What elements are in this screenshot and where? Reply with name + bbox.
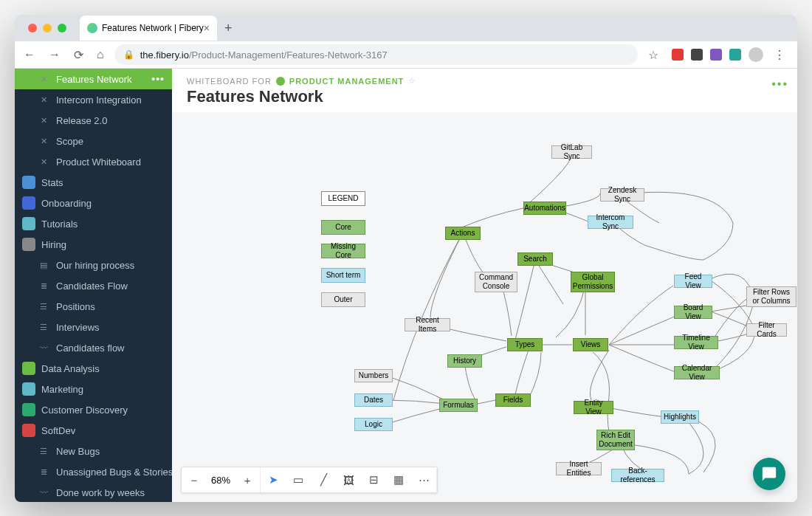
star-button[interactable]: ☆ [645,45,661,65]
profile-avatar[interactable] [749,47,763,62]
extension-icon[interactable] [710,49,722,61]
sidebar-item[interactable]: Stats [15,172,172,193]
app-body: ✕Features Network•••✕Intercom Integratio… [15,69,797,502]
sidebar-item[interactable]: ✕Scope [15,131,172,151]
sidebar-item[interactable]: ≣Unassigned Bugs & Stories [15,461,172,482]
legend-outer-node[interactable]: Outer [321,292,365,307]
forward-button[interactable]: → [46,45,63,64]
item-menu-button[interactable]: ••• [151,73,165,85]
sidebar-item[interactable]: ▤Our hiring process [15,255,172,275]
node-types[interactable]: Types [507,338,543,351]
more-tools-button[interactable]: ⋯ [411,467,436,492]
node-entity[interactable]: Entity View [574,401,613,414]
sidebar-item[interactable]: ✕Release 2.0 [15,110,172,131]
image-tool-button[interactable]: 🖼 [336,467,361,492]
sidebar-item[interactable]: ≣Candidates Flow [15,275,172,296]
node-insert[interactable]: Insert Entities [556,462,602,475]
lock-icon: 🔒 [123,49,134,60]
node-cmdconsole[interactable]: Command Console [475,272,517,292]
extension-icon[interactable] [729,49,741,61]
close-window-icon[interactable] [28,24,37,32]
node-dates[interactable]: Dates [354,393,393,407]
breadcrumb-link[interactable]: PRODUCT MANAGEMENT [289,77,405,86]
space-icon [22,362,35,375]
star-icon[interactable]: ☆ [408,76,416,86]
node-intercom[interactable]: Intercom Sync [588,216,633,229]
node-actions[interactable]: Actions [445,227,481,240]
browser-menu-button[interactable]: ⋮ [771,45,788,65]
main-content: WHITEBOARD FOR PRODUCT MANAGEMENT ☆ Feat… [172,69,797,502]
zoom-in-button[interactable]: + [235,467,260,492]
node-highlights[interactable]: Highlights [661,410,699,424]
url-input[interactable]: 🔒 the.fibery.io /Product-Management/Feat… [114,44,638,65]
sidebar-item[interactable]: ✕Intercom Integration [15,89,172,110]
home-button[interactable]: ⌂ [94,45,107,64]
node-filtercards[interactable]: Filter Cards [746,323,787,337]
legend-short-node[interactable]: Short term [321,268,365,283]
sidebar-item[interactable]: ☰Positions [15,296,172,317]
sidebar-item[interactable]: ☰Interviews [15,317,172,337]
pointer-tool-button[interactable]: ➤ [261,467,286,492]
minimize-window-icon[interactable] [43,24,52,32]
sidebar-item[interactable]: 〰Candidates flow [15,337,172,358]
text-tool-button[interactable]: ⊟ [361,467,386,492]
node-automations[interactable]: Automations [523,202,566,215]
extension-icon[interactable] [691,49,703,61]
new-tab-button[interactable]: + [217,21,240,36]
sidebar-item[interactable]: ☰New Bugs [15,441,172,461]
sticky-tool-button[interactable]: ▦ [386,467,411,492]
sidebar-item-label: SoftDev [41,425,75,436]
sidebar-item-label: Interviews [56,322,100,333]
sidebar-item[interactable]: Tutorials [15,213,172,234]
rectangle-tool-button[interactable]: ▭ [286,467,311,492]
intercom-launcher[interactable] [753,458,785,490]
sidebar-item[interactable]: Marketing [15,379,172,399]
node-formulas[interactable]: Formulas [439,399,478,412]
zoom-out-button[interactable]: − [182,467,207,492]
sidebar-item[interactable]: SoftDev [15,420,172,441]
breadcrumb-prefix: WHITEBOARD FOR [187,77,272,86]
legend-title-node[interactable]: LEGEND [321,191,365,206]
node-zendesk[interactable]: Zendesk Sync [600,188,644,202]
node-board[interactable]: Board View [674,306,712,319]
sidebar-item[interactable]: Hiring [15,234,172,255]
node-global[interactable]: Global Permissions [571,272,615,292]
legend-missing-node[interactable]: Missing Core [321,244,365,258]
browser-tab[interactable]: Features Network | Fibery × [80,16,217,41]
node-timeline[interactable]: Timeline View [674,336,718,349]
node-feed[interactable]: Feed View [674,275,712,288]
url-domain: the.fibery.io [140,49,189,61]
extension-icon[interactable] [672,49,684,61]
line-tool-button[interactable]: ╱ [311,467,336,492]
line-icon: 〰 [37,486,50,499]
back-button[interactable]: ← [21,45,38,64]
node-gitlab[interactable]: GitLab Sync [551,145,592,159]
node-fields[interactable]: Fields [495,393,531,407]
node-backref[interactable]: Back-references [611,469,664,482]
sidebar-item[interactable]: ✕Features Network••• [15,69,172,89]
node-history[interactable]: History [447,354,482,368]
sidebar-item[interactable]: 〰Done work by weeks [15,482,172,502]
node-search[interactable]: Search [517,252,553,266]
more-menu-button[interactable]: ••• [771,78,788,91]
sidebar-item[interactable]: Onboarding [15,193,172,213]
node-calendar[interactable]: Calendar View [674,366,720,379]
legend-core-node[interactable]: Core [321,220,365,235]
sidebar: ✕Features Network•••✕Intercom Integratio… [15,69,172,502]
sidebar-item[interactable]: Data Analysis [15,358,172,379]
extension-icons: ⋮ [669,45,791,65]
sidebar-item[interactable]: Customer Discovery [15,399,172,420]
tab-close-icon[interactable]: × [204,22,210,34]
whiteboard-canvas[interactable]: LEGEND Core Missing Core Short term Oute… [172,112,797,502]
space-icon [22,217,35,230]
node-richedit[interactable]: Rich Edit Document [596,430,635,450]
reload-button[interactable]: ⟳ [71,45,86,65]
node-views[interactable]: Views [573,338,608,351]
node-logic[interactable]: Logic [354,418,393,431]
node-filterrows[interactable]: Filter Rows or Columns [746,286,796,307]
maximize-window-icon[interactable] [58,24,66,32]
sidebar-item[interactable]: ✕Product Whiteboard [15,151,172,172]
node-recent[interactable]: Recent Items [405,318,450,331]
node-numbers[interactable]: Numbers [354,369,393,382]
window-controls [21,24,74,32]
